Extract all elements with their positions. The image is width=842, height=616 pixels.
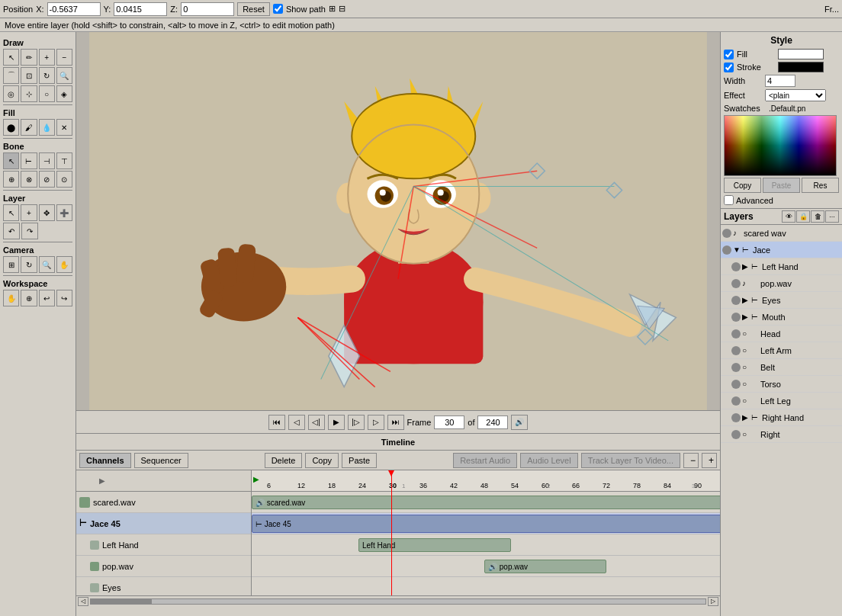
layers-delete-button[interactable]: 🗑 bbox=[811, 210, 824, 223]
track-row-pop-wav[interactable]: pop.wav bbox=[76, 556, 251, 577]
show-path-checkbox[interactable] bbox=[273, 4, 283, 14]
warp-tool[interactable]: ⊹ bbox=[21, 85, 37, 102]
frame-input[interactable] bbox=[434, 415, 464, 429]
layer-eyes[interactable]: ▶ ⊢ Eyes bbox=[721, 292, 842, 309]
layers-lock-button[interactable]: 🔒 bbox=[796, 210, 810, 223]
z-input[interactable] bbox=[181, 2, 234, 16]
layer-belt[interactable]: ○ Belt bbox=[721, 359, 842, 376]
rotate-tool[interactable]: ↻ bbox=[39, 67, 55, 84]
timeline-scrollbar[interactable]: ◁ ▷ bbox=[76, 595, 720, 606]
zoom-out-timeline[interactable]: − bbox=[683, 453, 699, 468]
track-layer-button[interactable]: Track Layer To Video... bbox=[581, 453, 680, 468]
bone-transform-tool[interactable]: ⊙ bbox=[56, 171, 72, 188]
advanced-checkbox[interactable] bbox=[724, 195, 734, 205]
copy-button[interactable]: Copy bbox=[305, 453, 339, 468]
track-row-jace[interactable]: ⊢ Jace 45 bbox=[76, 513, 251, 534]
layers-more-button[interactable]: ··· bbox=[825, 210, 839, 223]
style-copy-button[interactable]: Copy bbox=[724, 178, 761, 193]
layer-move-tool[interactable]: ✥ bbox=[39, 204, 55, 221]
layer-scared-wav[interactable]: ♪ scared wav bbox=[721, 225, 842, 242]
style-paste-button[interactable]: Paste bbox=[763, 178, 800, 193]
step-back-button[interactable]: ◁| bbox=[308, 415, 325, 430]
prev-frame-button[interactable]: ◁ bbox=[288, 415, 305, 430]
expand-left-hand[interactable]: ▶ bbox=[742, 262, 750, 271]
zoom-in-timeline[interactable]: + bbox=[702, 453, 717, 468]
step-forward-button[interactable]: |▷ bbox=[348, 415, 365, 430]
track-row-eyes[interactable]: Eyes bbox=[76, 577, 251, 595]
reset-button[interactable]: Reset bbox=[237, 2, 270, 16]
track-row-left-hand[interactable]: Left Hand bbox=[76, 534, 251, 556]
scroll-track[interactable] bbox=[90, 598, 706, 605]
bone-bind-tool[interactable]: ⊗ bbox=[21, 171, 37, 188]
effect-select[interactable]: <plain bbox=[765, 89, 826, 101]
layer-right[interactable]: ○ Right bbox=[721, 426, 842, 443]
camera-rotate-tool[interactable]: ↻ bbox=[21, 256, 37, 273]
y-input[interactable] bbox=[114, 2, 167, 16]
go-start-button[interactable]: ⏮ bbox=[268, 415, 285, 430]
camera-pan-tool[interactable]: ✋ bbox=[56, 256, 72, 273]
track-row-scared-wav[interactable]: scared.wav bbox=[76, 492, 251, 513]
layer-select-tool[interactable]: ↖ bbox=[3, 204, 19, 221]
scared-wav-bar[interactable]: 🔊 scared.wav bbox=[252, 496, 720, 509]
node-tool[interactable]: ◈ bbox=[56, 85, 72, 102]
layers-eye-button[interactable]: 👁 bbox=[782, 210, 795, 223]
color-picker[interactable] bbox=[724, 115, 837, 176]
bone-move-tool[interactable]: ⊣ bbox=[39, 152, 55, 169]
layer-mouth[interactable]: ▶ ⊢ Mouth bbox=[721, 309, 842, 326]
lasso-tool[interactable]: ◎ bbox=[3, 85, 19, 102]
restart-audio-button[interactable]: Restart Audio bbox=[453, 453, 517, 468]
expand-eyes[interactable]: ▶ bbox=[742, 296, 750, 304]
camera-zoom-tool[interactable]: 🔍 bbox=[39, 256, 55, 273]
expand-jace[interactable]: ▼ bbox=[733, 245, 741, 254]
layer-delete-tool[interactable]: ➕ bbox=[56, 204, 72, 221]
pop-wav-bar[interactable]: 🔊 pop.wav bbox=[484, 560, 606, 573]
next-frame-button[interactable]: ▷ bbox=[368, 415, 384, 430]
oval-tool[interactable]: ○ bbox=[39, 85, 55, 102]
layer-head[interactable]: ○ Head bbox=[721, 326, 842, 342]
play-button[interactable]: ▶ bbox=[328, 415, 345, 430]
curve-tool[interactable]: ⌒ bbox=[3, 67, 19, 84]
expand-right-hand[interactable]: ▶ bbox=[742, 413, 750, 422]
stroke-checkbox[interactable] bbox=[724, 63, 734, 72]
layer-pop-wav[interactable]: ♪ pop.wav bbox=[721, 275, 842, 292]
go-end-button[interactable]: ⏭ bbox=[387, 415, 404, 430]
layer-jace[interactable]: ▼ ⊢ Jace bbox=[721, 242, 842, 258]
stroke-swatch[interactable] bbox=[778, 62, 824, 72]
add-point-tool[interactable]: + bbox=[39, 49, 55, 66]
canvas-area[interactable] bbox=[76, 32, 720, 410]
zoom-in-tool[interactable]: ⊕ bbox=[21, 290, 37, 306]
zoom-tool[interactable]: 🔍 bbox=[56, 67, 72, 84]
paint-tool[interactable]: 🖌 bbox=[21, 119, 37, 136]
clear-fill-tool[interactable]: ✕ bbox=[56, 119, 72, 136]
layer-flip-tool[interactable]: ↷ bbox=[21, 223, 38, 239]
scroll-thumb[interactable] bbox=[91, 599, 152, 604]
audio-toggle-button[interactable]: 🔊 bbox=[511, 415, 528, 430]
transform-tool[interactable]: ⊡ bbox=[21, 67, 37, 84]
draw-tool[interactable]: ✏ bbox=[21, 49, 37, 66]
channels-tab[interactable]: Channels bbox=[79, 453, 131, 468]
fill-tool[interactable]: ⬤ bbox=[3, 119, 19, 136]
sequencer-tab[interactable]: Sequencer bbox=[134, 453, 188, 468]
scroll-left-btn[interactable]: ◁ bbox=[78, 597, 88, 606]
layer-left-hand[interactable]: ▶ ⊢ Left Hand bbox=[721, 258, 842, 275]
layer-orbit-tool[interactable]: ↶ bbox=[3, 223, 20, 239]
x-input[interactable] bbox=[47, 2, 101, 16]
total-frames-input[interactable] bbox=[477, 415, 508, 429]
bone-create-tool[interactable]: ⊢ bbox=[21, 152, 37, 169]
bone-select-tool[interactable]: ↖ bbox=[3, 152, 19, 169]
layer-torso[interactable]: ○ Torso bbox=[721, 376, 842, 393]
delete-button[interactable]: Delete bbox=[265, 453, 303, 468]
delete-point-tool[interactable]: − bbox=[56, 49, 72, 66]
shrink-icon[interactable]: ⊟ bbox=[339, 4, 345, 14]
style-reset-button[interactable]: Res bbox=[802, 178, 839, 193]
jace-bar[interactable]: ⊢ Jace 45 bbox=[252, 515, 720, 533]
layer-add-tool[interactable]: + bbox=[21, 204, 37, 221]
timeline-track-area[interactable]: ▶ 6 12 18 24 30 36 42 48 54 60 66 72 bbox=[252, 470, 720, 595]
scroll-right-btn[interactable]: ▷ bbox=[708, 597, 718, 606]
redo-tool[interactable]: ↪ bbox=[56, 290, 72, 306]
arrow-tool[interactable]: ↖ bbox=[3, 49, 19, 66]
eyedrop-tool[interactable]: 💧 bbox=[39, 119, 55, 136]
paste-button[interactable]: Paste bbox=[342, 453, 377, 468]
layer-right-hand[interactable]: ▶ ⊢ Right Hand bbox=[721, 409, 842, 426]
camera-move-tool[interactable]: ⊞ bbox=[3, 256, 19, 273]
